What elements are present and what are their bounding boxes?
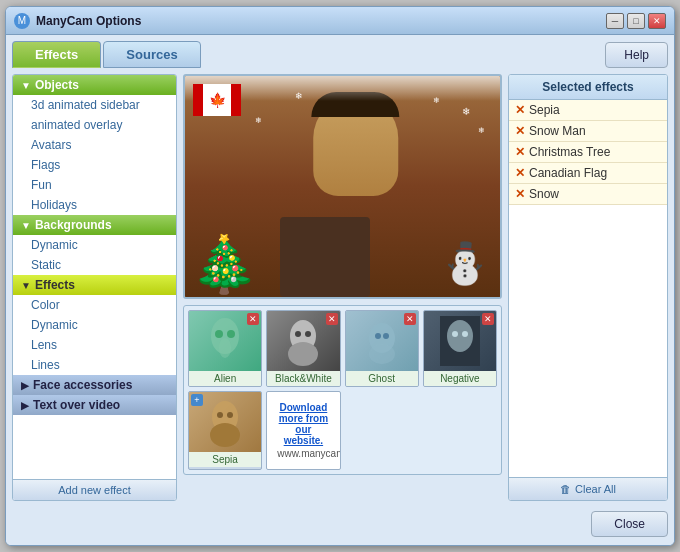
item-flags[interactable]: Flags (13, 155, 176, 175)
close-window-button[interactable]: ✕ (648, 13, 666, 29)
add-effect-button[interactable]: Add new effect (13, 479, 176, 500)
effect-negative[interactable]: ✕ Negative (423, 310, 497, 387)
content-area: Effects Sources Help ▼ Objects 3d animat… (6, 35, 674, 545)
backgrounds-label: Backgrounds (35, 218, 112, 232)
tab-effects[interactable]: Effects (12, 41, 101, 68)
backgrounds-arrow: ▼ (21, 220, 31, 231)
negative-label: Negative (424, 371, 496, 386)
tab-row: Effects Sources (12, 41, 599, 68)
svg-point-3 (219, 338, 231, 358)
snowflake-1: ❄ (462, 106, 470, 117)
clear-all-button[interactable]: 🗑 Clear All (509, 477, 667, 500)
effect-ghost[interactable]: ✕ Ghost (345, 310, 419, 387)
bottom-bar: Close (12, 507, 668, 539)
tab-sources[interactable]: Sources (103, 41, 200, 68)
category-effects[interactable]: ▼ Effects (13, 275, 176, 295)
category-backgrounds[interactable]: ▼ Backgrounds (13, 215, 176, 235)
item-animated-overlay[interactable]: animated overlay (13, 115, 176, 135)
preview-image: 🍁 ❄ ❄ ❄ (185, 76, 500, 297)
face-arrow: ▶ (21, 380, 29, 391)
svg-point-7 (305, 331, 311, 337)
svg-point-2 (227, 330, 235, 338)
negative-remove-btn[interactable]: ✕ (482, 313, 494, 325)
text-arrow: ▶ (21, 400, 29, 411)
category-objects[interactable]: ▼ Objects (13, 75, 176, 95)
selected-effects-list: ✕ Sepia ✕ Snow Man ✕ Christmas Tree ✕ (509, 100, 667, 205)
category-text-over-video[interactable]: ▶ Text over video (13, 395, 176, 415)
remove-canadianflag-btn[interactable]: ✕ (515, 166, 525, 180)
item-3d-animated[interactable]: 3d animated sidebar (13, 95, 176, 115)
main-window: M ManyCam Options ─ □ ✕ Effects Sources … (5, 6, 675, 546)
close-button[interactable]: Close (591, 511, 668, 537)
left-panel: ▼ Objects 3d animated sidebar animated o… (12, 74, 177, 501)
item-lens[interactable]: Lens (13, 335, 176, 355)
selected-sepia-label: Sepia (529, 103, 560, 117)
selected-snow-label: Snow (529, 187, 559, 201)
effect-alien[interactable]: ✕ Alien (188, 310, 262, 387)
selected-snowman-label: Snow Man (529, 124, 586, 138)
svg-point-6 (295, 331, 301, 337)
selected-item-sepia: ✕ Sepia (509, 100, 667, 121)
svg-point-19 (227, 412, 233, 418)
alien-label: Alien (189, 371, 261, 386)
bw-label: Black&White (267, 371, 339, 386)
bw-remove-btn[interactable]: ✕ (326, 313, 338, 325)
category-face-accessories[interactable]: ▶ Face accessories (13, 375, 176, 395)
selected-item-christmastree: ✕ Christmas Tree (509, 142, 667, 163)
remove-christmastree-btn[interactable]: ✕ (515, 145, 525, 159)
app-icon: M (14, 13, 30, 29)
minimize-button[interactable]: ─ (606, 13, 624, 29)
effects-arrow: ▼ (21, 280, 31, 291)
svg-point-18 (217, 412, 223, 418)
item-static[interactable]: Static (13, 255, 176, 275)
item-color[interactable]: Color (13, 295, 176, 315)
item-dynamic[interactable]: Dynamic (13, 235, 176, 255)
ghost-label: Ghost (346, 371, 418, 386)
preview-area: 🍁 ❄ ❄ ❄ (183, 74, 502, 299)
selected-effects-title: Selected effects (509, 75, 667, 100)
selected-christmastree-label: Christmas Tree (529, 145, 610, 159)
item-dynamic2[interactable]: Dynamic (13, 315, 176, 335)
selected-item-snowman: ✕ Snow Man (509, 121, 667, 142)
clear-all-label: Clear All (575, 483, 616, 495)
window-controls: ─ □ ✕ (606, 13, 666, 29)
svg-point-15 (462, 331, 468, 337)
svg-point-17 (210, 423, 240, 447)
download-url: www.manycam.com (277, 448, 329, 459)
download-link[interactable]: Download more from our website. (277, 402, 329, 446)
face-label: Face accessories (33, 378, 132, 392)
canadian-flag: 🍁 (193, 84, 241, 116)
remove-snow-btn[interactable]: ✕ (515, 187, 525, 201)
svg-point-13 (447, 320, 473, 352)
snowflake-3: ❄ (433, 96, 440, 105)
snowman: ⛄ (440, 240, 490, 287)
sepia-add-btn[interactable]: + (191, 394, 203, 406)
center-panel: 🍁 ❄ ❄ ❄ (183, 74, 502, 501)
remove-sepia-btn[interactable]: ✕ (515, 103, 525, 117)
ghost-remove-btn[interactable]: ✕ (404, 313, 416, 325)
svg-point-10 (375, 333, 381, 339)
objects-label: Objects (35, 78, 79, 92)
svg-point-11 (383, 333, 389, 339)
alien-remove-btn[interactable]: ✕ (247, 313, 259, 325)
item-holidays[interactable]: Holidays (13, 195, 176, 215)
window-title: ManyCam Options (36, 14, 606, 28)
effect-blackwhite[interactable]: ✕ Black&White (266, 310, 340, 387)
snowflake-4: ❄ (255, 116, 262, 125)
selected-item-canadianflag: ✕ Canadian Flag (509, 163, 667, 184)
effect-sepia[interactable]: + Sepia (188, 391, 262, 470)
item-lines[interactable]: Lines (13, 355, 176, 375)
effect-download[interactable]: Download more from our website. www.many… (266, 391, 340, 470)
item-fun[interactable]: Fun (13, 175, 176, 195)
remove-snowman-btn[interactable]: ✕ (515, 124, 525, 138)
svg-point-5 (288, 342, 318, 366)
snowflake-5: ❄ (295, 91, 303, 101)
text-label: Text over video (33, 398, 120, 412)
selected-item-snow: ✕ Snow (509, 184, 667, 205)
snowflake-2: ❄ (478, 126, 485, 135)
left-scroll[interactable]: ▼ Objects 3d animated sidebar animated o… (13, 75, 176, 479)
help-button[interactable]: Help (605, 42, 668, 68)
maximize-button[interactable]: □ (627, 13, 645, 29)
item-avatars[interactable]: Avatars (13, 135, 176, 155)
svg-point-14 (452, 331, 458, 337)
